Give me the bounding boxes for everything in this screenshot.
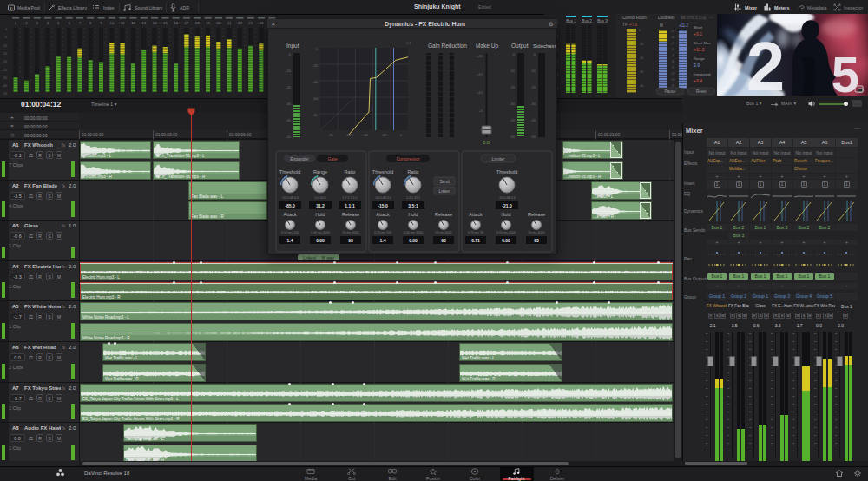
svg-text:Make Up: Make Up: [476, 43, 498, 49]
svg-text:0: 0: [513, 52, 516, 56]
svg-text:-50: -50: [530, 135, 536, 139]
svg-text:3.9: 3.9: [694, 63, 700, 68]
svg-text:-20: -20: [312, 63, 319, 68]
svg-text:-30: -30: [286, 102, 292, 106]
svg-text:-40: -40: [286, 118, 292, 122]
svg-text:-15: -15: [671, 78, 675, 82]
svg-text:Threshold: Threshold: [279, 169, 300, 175]
svg-text:2: 2: [746, 28, 786, 96]
svg-text:Hold: Hold: [501, 212, 510, 217]
svg-text:50 ms 4000: 50 ms 4000: [343, 231, 359, 234]
svg-text:18: 18: [195, 21, 200, 25]
svg-text:-40: -40: [530, 118, 536, 122]
svg-text:-10: -10: [639, 43, 643, 46]
svg-text:17: 17: [185, 21, 189, 25]
svg-text:0: 0: [5, 28, 7, 31]
svg-text:11: 11: [121, 21, 125, 25]
svg-text:-10: -10: [510, 69, 516, 73]
svg-text:-25: -25: [3, 69, 8, 72]
svg-text:0.00 ms 4000: 0.00 ms 4000: [496, 231, 516, 234]
svg-text:-20: -20: [530, 85, 536, 89]
svg-text:Input: Input: [286, 43, 299, 49]
svg-text:1.1:1: 1.1:1: [345, 203, 355, 208]
svg-text:93: 93: [534, 238, 539, 243]
svg-text:+6: +6: [671, 36, 674, 39]
svg-text:16: 16: [174, 21, 178, 25]
svg-text:-10: -10: [530, 69, 536, 73]
svg-text:+30: +30: [477, 54, 483, 58]
svg-text:0.70 ms 100: 0.70 ms 100: [374, 231, 391, 234]
svg-text:-5: -5: [4, 36, 7, 39]
svg-text:-3: -3: [671, 54, 674, 57]
svg-text:-40: -40: [363, 133, 369, 137]
svg-text:14: 14: [153, 21, 157, 25]
svg-text:-10: -10: [3, 44, 8, 48]
svg-text:93: 93: [348, 238, 353, 243]
svg-text:-15.0: -15.0: [378, 203, 388, 208]
svg-text:0.50 ms 100: 0.50 ms 100: [281, 231, 299, 234]
svg-text:-6: -6: [671, 60, 674, 63]
svg-text:23: 23: [248, 21, 253, 25]
svg-text:0: 0: [672, 48, 674, 51]
svg-text:-30: -30: [510, 102, 516, 106]
svg-text:Short Max: Short Max: [694, 41, 711, 45]
svg-text:0.70 ms 30: 0.70 ms 30: [468, 231, 483, 234]
svg-text:Short: Short: [694, 25, 703, 30]
svg-text:◧: ◧: [10, 6, 13, 10]
svg-text:Ratio: Ratio: [408, 169, 419, 175]
svg-text:-20: -20: [510, 85, 516, 89]
svg-text:0.00 ms 4000: 0.00 ms 4000: [404, 231, 423, 234]
svg-text:-9: -9: [671, 66, 674, 69]
svg-text:0.0 50.0: 0.0 50.0: [315, 196, 326, 200]
svg-text:-50.0 dB 0.0: -50.0 dB 0.0: [281, 196, 299, 200]
svg-text:Reset: Reset: [696, 89, 707, 94]
svg-text:+5: +5: [478, 109, 483, 113]
svg-text:+10: +10: [477, 90, 483, 95]
svg-text:Loudness: Loudness: [658, 16, 675, 20]
svg-text:Release: Release: [435, 212, 452, 217]
svg-text:-20: -20: [381, 133, 387, 137]
svg-text:-40: -40: [3, 84, 8, 88]
svg-text:50 ms 4000: 50 ms 4000: [529, 231, 545, 234]
svg-text:-85.0: -85.0: [285, 203, 295, 208]
svg-text:0: 0: [400, 133, 403, 137]
svg-text:Release: Release: [342, 212, 359, 217]
svg-text:M: M: [660, 23, 663, 28]
svg-text:Control Room: Control Room: [622, 16, 647, 20]
svg-text:0.0: 0.0: [483, 140, 490, 145]
svg-text:-21.0: -21.0: [502, 203, 512, 208]
svg-text:13: 13: [141, 21, 146, 25]
svg-text:-50.0 dB 0.0: -50.0 dB 0.0: [498, 196, 516, 200]
svg-text:Bus 3: Bus 3: [597, 19, 608, 23]
svg-text:-80: -80: [328, 133, 334, 137]
svg-text:Gate: Gate: [328, 156, 338, 161]
svg-text:Bus 1: Bus 1: [566, 19, 576, 23]
svg-text:50 ms 4000: 50 ms 4000: [436, 231, 452, 234]
svg-text:-40: -40: [312, 80, 319, 84]
svg-text:0.00 ms 4000: 0.00 ms 4000: [311, 231, 330, 234]
svg-text:0: 0: [289, 52, 292, 56]
svg-text:-30: -30: [530, 102, 536, 106]
svg-text:93: 93: [441, 238, 446, 243]
svg-text:-50: -50: [510, 135, 516, 139]
svg-text:+7.3: +7.3: [629, 23, 637, 27]
svg-text:0.00: 0.00: [316, 238, 325, 243]
svg-text:-30: -30: [639, 70, 643, 74]
svg-text:1.4: 1.4: [380, 238, 386, 243]
svg-text:+9: +9: [671, 30, 674, 33]
svg-text:-12: -12: [671, 72, 675, 76]
svg-text:1.2:1 20:1: 1.2:1 20:1: [406, 196, 420, 200]
svg-text:Attack: Attack: [376, 212, 390, 217]
svg-text:Range: Range: [313, 169, 327, 175]
svg-text:22: 22: [238, 21, 242, 25]
svg-text:+11.2: +11.2: [694, 47, 705, 52]
svg-text:⋯: ⋯: [709, 15, 713, 20]
svg-text:TP: TP: [622, 23, 628, 27]
svg-text:-40: -40: [510, 118, 516, 122]
svg-text:-10: -10: [286, 69, 292, 73]
svg-text:0: 0: [534, 52, 536, 56]
svg-text:-20: -20: [639, 56, 643, 60]
svg-text:-20: -20: [3, 60, 8, 63]
svg-text:0: 0: [316, 47, 319, 51]
svg-text:Range: Range: [694, 56, 705, 61]
